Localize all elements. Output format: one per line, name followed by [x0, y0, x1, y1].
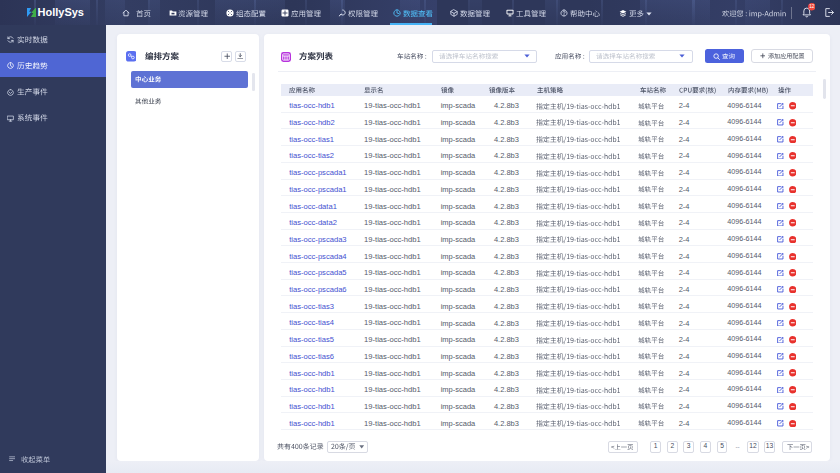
svg-text:12: 12 [809, 5, 815, 10]
